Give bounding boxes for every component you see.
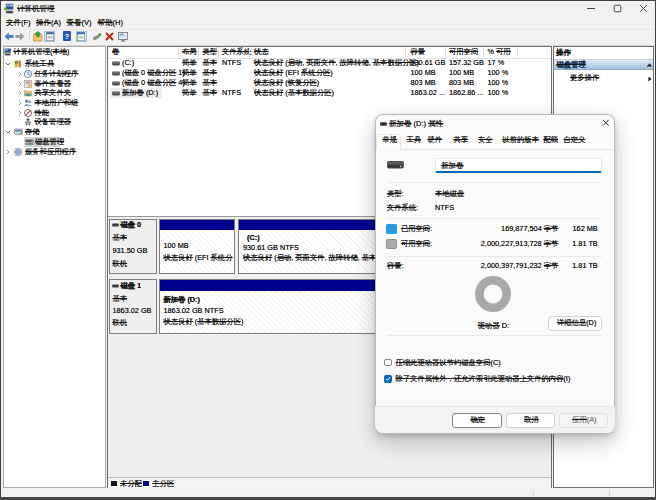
svg-text:?: ? — [64, 32, 69, 41]
